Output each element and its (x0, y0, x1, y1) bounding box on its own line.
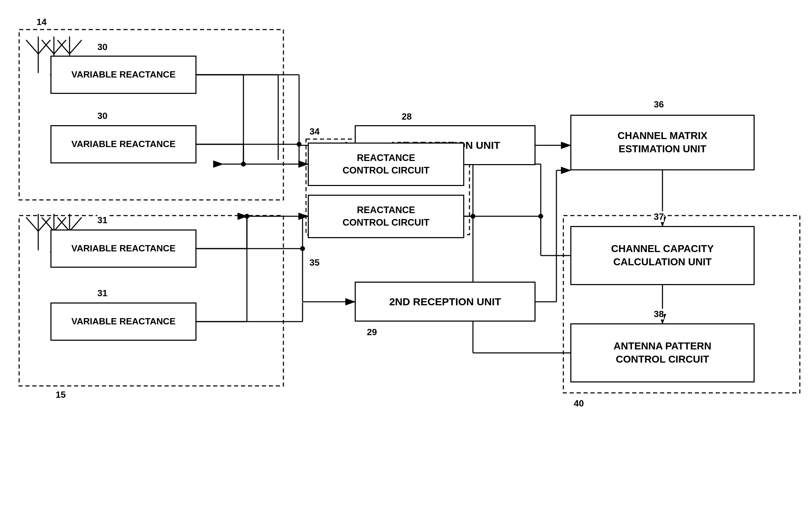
label-31b: 31 (97, 288, 107, 299)
svg-line-68 (42, 217, 54, 231)
label-29: 29 (367, 327, 377, 338)
svg-point-36 (538, 214, 543, 219)
reactance-control-1: REACTANCE CONTROL CIRCUIT (308, 143, 464, 186)
svg-point-12 (297, 142, 302, 147)
svg-line-74 (70, 217, 82, 231)
label-40: 40 (574, 398, 584, 409)
diagram: VARIABLE REACTANCE VARIABLE REACTANCE VA… (0, 0, 812, 509)
svg-rect-2 (19, 30, 283, 200)
svg-line-70 (54, 217, 66, 231)
label-36: 36 (654, 99, 664, 110)
svg-point-18 (300, 246, 305, 251)
reactance-control-2: REACTANCE CONTROL CIRCUIT (308, 195, 464, 238)
svg-line-52 (26, 40, 38, 54)
svg-line-58 (54, 40, 66, 54)
antenna-pattern-control: ANTENNA PATTERN CONTROL CIRCUIT (570, 323, 755, 382)
label-38: 38 (654, 309, 664, 320)
reception-unit-2nd: 2ND RECEPTION UNIT (355, 282, 536, 322)
svg-line-72 (57, 217, 70, 231)
channel-capacity-calculation: CHANNEL CAPACITY CALCULATION UNIT (570, 226, 755, 285)
svg-line-66 (38, 217, 50, 231)
label-31a: 31 (97, 215, 107, 226)
variable-reactance-1: VARIABLE REACTANCE (50, 56, 196, 94)
label-28: 28 (402, 111, 412, 122)
label-34: 34 (309, 126, 320, 137)
svg-line-60 (57, 40, 70, 54)
variable-reactance-4: VARIABLE REACTANCE (50, 302, 196, 341)
svg-line-62 (70, 40, 82, 54)
label-14: 14 (37, 17, 47, 27)
svg-point-46 (244, 214, 249, 219)
variable-reactance-3: VARIABLE REACTANCE (50, 229, 196, 268)
svg-point-40 (241, 162, 246, 167)
svg-point-32 (471, 214, 475, 219)
variable-reactance-2: VARIABLE REACTANCE (50, 125, 196, 163)
svg-line-64 (26, 217, 38, 231)
label-30b: 30 (97, 111, 107, 121)
label-37: 37 (654, 211, 664, 222)
channel-matrix-estimation: CHANNEL MATRIX ESTIMATION UNIT (570, 115, 755, 170)
label-15: 15 (56, 389, 66, 400)
svg-line-56 (42, 40, 54, 54)
label-30a: 30 (97, 42, 107, 52)
svg-line-54 (38, 40, 50, 54)
label-35: 35 (309, 257, 320, 268)
